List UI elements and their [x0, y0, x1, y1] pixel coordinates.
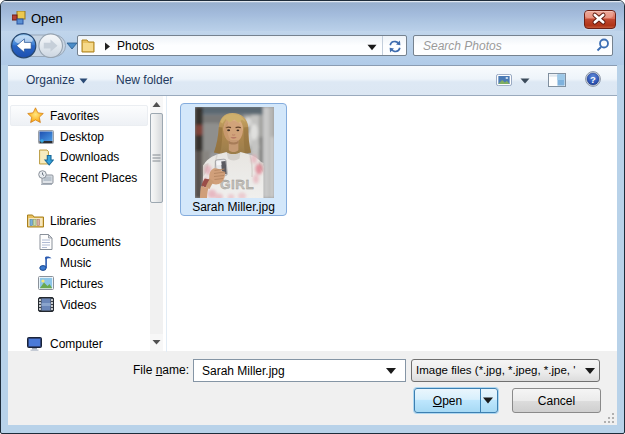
svg-text:?: ? — [590, 74, 596, 85]
